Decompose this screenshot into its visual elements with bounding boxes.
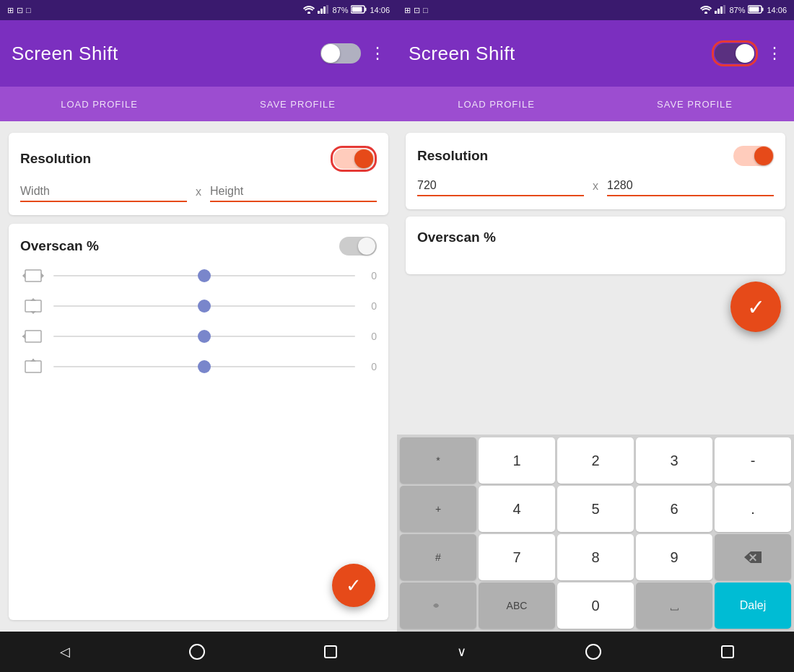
key-asterisk[interactable]: * xyxy=(400,437,476,484)
svg-rect-16 xyxy=(717,9,720,14)
left-fab[interactable]: ✓ xyxy=(332,564,375,607)
key-1[interactable]: 1 xyxy=(479,437,555,484)
left-fab-icon: ✓ xyxy=(346,575,362,597)
left-app-bar: Screen Shift ⋮ xyxy=(0,20,397,87)
key-8[interactable]: 8 xyxy=(557,534,634,580)
key-plus[interactable]: + xyxy=(400,486,476,532)
left-overscan-card: Overscan % xyxy=(9,224,388,620)
svg-point-0 xyxy=(307,12,310,14)
battery-icon xyxy=(351,5,367,15)
left-width-input[interactable] xyxy=(20,182,187,202)
left-nav-home[interactable] xyxy=(189,644,205,660)
left-slider-icon-4 xyxy=(20,357,46,377)
key-6[interactable]: 6 xyxy=(636,486,712,532)
left-app-actions: ⋮ xyxy=(320,43,385,64)
key-7[interactable]: 7 xyxy=(479,534,555,580)
left-height-input[interactable] xyxy=(210,182,377,202)
right-phone-panel: ⊞ ⊡ □ 87% xyxy=(397,0,794,672)
key-4[interactable]: 4 xyxy=(479,486,555,532)
svg-rect-4 xyxy=(326,5,328,14)
left-slider-track-1[interactable] xyxy=(53,275,355,276)
right-overscan-header: Overscan % xyxy=(417,230,774,245)
left-nav-back[interactable]: ◁ xyxy=(60,644,70,660)
right-status-bar: ⊞ ⊡ □ 87% xyxy=(397,0,794,20)
left-resolution-title: Resolution xyxy=(20,151,91,167)
right-confirm-fab-icon: ✓ xyxy=(747,294,765,320)
right-time: 14:06 xyxy=(767,6,787,14)
left-tab-save-profile[interactable]: SAVE PROFILE xyxy=(198,87,397,121)
left-slider-row-3: 0 xyxy=(20,326,377,346)
right-height-input[interactable] xyxy=(607,176,774,196)
key-5[interactable]: 5 xyxy=(557,486,634,532)
right-resolution-row: x xyxy=(417,176,774,196)
left-tab-load-profile[interactable]: LOAD PROFILE xyxy=(0,87,198,121)
left-slider-track-2[interactable] xyxy=(53,305,355,307)
right-resolution-toggle-knob xyxy=(754,147,773,165)
key-0[interactable]: 0 xyxy=(557,582,634,629)
right-wifi-icon xyxy=(700,5,712,15)
right-nav-back[interactable]: ∨ xyxy=(457,644,466,660)
left-slider-thumb-2[interactable] xyxy=(198,300,211,313)
right-overscan-title: Overscan % xyxy=(417,230,496,245)
left-overscan-toggle[interactable] xyxy=(339,237,377,256)
right-main-toggle-knob xyxy=(736,44,754,63)
key-backspace[interactable] xyxy=(715,534,791,580)
key-minus[interactable]: - xyxy=(715,437,791,484)
key-9[interactable]: 9 xyxy=(636,534,712,580)
svg-rect-17 xyxy=(720,6,723,14)
right-nav-back-icon: ∨ xyxy=(457,644,466,660)
left-slider-thumb-4[interactable] xyxy=(198,360,211,373)
left-nav-recent-icon xyxy=(324,645,337,658)
right-nav-home[interactable] xyxy=(585,644,601,660)
right-resolution-separator: x xyxy=(593,180,598,193)
left-nav-recent[interactable] xyxy=(324,645,337,658)
key-special[interactable] xyxy=(400,582,476,629)
key-2[interactable]: 2 xyxy=(557,437,634,484)
left-menu-button[interactable]: ⋮ xyxy=(370,44,385,63)
key-hash[interactable]: # xyxy=(400,534,476,580)
right-width-input[interactable] xyxy=(417,176,584,196)
right-resolution-toggle[interactable] xyxy=(733,146,774,166)
left-resolution-toggle[interactable] xyxy=(333,149,374,169)
right-confirm-fab[interactable]: ✓ xyxy=(730,282,781,332)
left-slider-value-4: 0 xyxy=(362,361,377,372)
battery-percent-left: 87% xyxy=(332,6,348,14)
right-tab-save-profile[interactable]: SAVE PROFILE xyxy=(596,87,794,121)
right-nav-recent[interactable] xyxy=(721,645,734,658)
left-content: Resolution x Overscan % xyxy=(0,121,397,632)
svg-rect-3 xyxy=(323,6,326,14)
key-dalej[interactable]: Dalej xyxy=(715,582,791,629)
left-slider-track-3[interactable] xyxy=(53,336,355,337)
svg-point-22 xyxy=(435,604,439,608)
left-slider-row-2: 0 xyxy=(20,296,377,316)
left-slider-icon-3 xyxy=(20,326,46,346)
right-app-bar: Screen Shift ⋮ xyxy=(397,20,794,87)
svg-rect-21 xyxy=(749,7,759,12)
right-tab-bar: LOAD PROFILE SAVE PROFILE xyxy=(397,87,794,121)
left-slider-thumb-3[interactable] xyxy=(198,330,211,343)
time-left: 14:06 xyxy=(370,6,390,14)
keyboard: * 1 2 3 - + 4 5 6 . # 7 8 9 xyxy=(397,435,794,632)
svg-rect-6 xyxy=(365,8,367,12)
svg-rect-2 xyxy=(320,9,323,14)
left-main-toggle[interactable] xyxy=(320,43,361,64)
right-menu-button[interactable]: ⋮ xyxy=(767,44,782,63)
left-slider-row-1: 0 xyxy=(20,266,377,286)
key-abc[interactable]: ABC xyxy=(479,582,555,629)
svg-rect-20 xyxy=(762,8,764,12)
key-dot[interactable]: . xyxy=(715,486,791,532)
svg-rect-1 xyxy=(318,11,320,14)
notification-icon-1: ⊞ xyxy=(7,6,14,15)
key-space[interactable]: ⎵ xyxy=(636,582,712,629)
right-status-bar-right: 87% 14:06 xyxy=(700,5,787,15)
right-bottom-nav: ∨ xyxy=(397,632,794,672)
left-slider-thumb-1[interactable] xyxy=(198,269,211,282)
left-main-toggle-knob xyxy=(321,44,340,63)
left-slider-track-4[interactable] xyxy=(53,366,355,367)
right-main-toggle[interactable] xyxy=(715,43,755,64)
right-tab-load-profile[interactable]: LOAD PROFILE xyxy=(397,87,596,121)
key-3[interactable]: 3 xyxy=(636,437,712,484)
right-nav-home-icon xyxy=(585,644,601,660)
svg-point-14 xyxy=(704,12,707,14)
svg-rect-9 xyxy=(25,300,41,312)
